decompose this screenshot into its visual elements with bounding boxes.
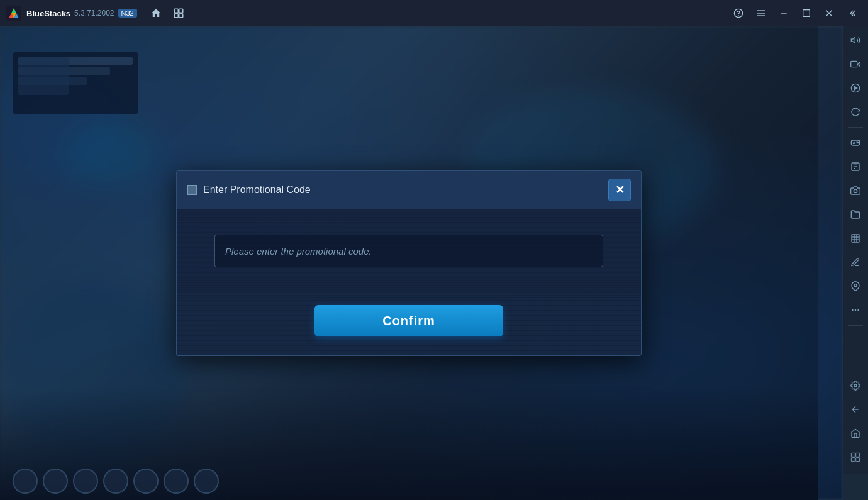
- app-logo: [6, 6, 21, 21]
- dialog-body: [177, 209, 641, 292]
- right-sidebar: [843, 0, 868, 474]
- svg-rect-52: [856, 458, 860, 462]
- resize-sidebar-button[interactable]: [844, 227, 867, 250]
- titlebar-nav: [147, 4, 187, 22]
- dialog-footer: Confirm: [177, 292, 641, 355]
- game-viewport: Enter Promotional Code ✕ Confirm: [0, 26, 843, 500]
- settings-sidebar-button[interactable]: [844, 374, 867, 397]
- svg-marker-21: [851, 37, 855, 43]
- menu-button[interactable]: [751, 3, 771, 23]
- sidebar-separator-2: [848, 325, 863, 326]
- sidebar-separator-1: [848, 127, 863, 128]
- svg-rect-23: [851, 61, 857, 67]
- svg-rect-9: [179, 14, 182, 18]
- dialog-title-area: Enter Promotional Code: [187, 184, 311, 196]
- home-sidebar-button[interactable]: [844, 422, 867, 445]
- gamepad-sidebar-button[interactable]: [844, 131, 867, 154]
- svg-point-37: [854, 189, 857, 192]
- close-button[interactable]: [819, 3, 839, 23]
- dialog-overlay: Enter Promotional Code ✕ Confirm: [0, 26, 818, 500]
- svg-point-32: [857, 142, 858, 143]
- svg-point-46: [857, 309, 859, 311]
- rotate-sidebar-button[interactable]: [844, 101, 867, 123]
- app-version: 5.3.71.2002: [74, 9, 114, 18]
- svg-rect-51: [851, 458, 855, 462]
- promo-code-input[interactable]: [214, 235, 603, 267]
- home-nav-button[interactable]: [147, 4, 165, 22]
- back-sidebar-button[interactable]: [844, 398, 867, 421]
- svg-marker-25: [855, 86, 857, 89]
- svg-rect-49: [851, 453, 855, 457]
- minimize-button[interactable]: [774, 3, 794, 23]
- svg-rect-16: [803, 10, 810, 17]
- dialog-close-icon: ✕: [615, 183, 625, 197]
- folder-sidebar-button[interactable]: [844, 203, 867, 226]
- dialog-title: Enter Promotional Code: [203, 184, 311, 196]
- svg-point-45: [855, 309, 857, 311]
- screenshot-sidebar-button[interactable]: [844, 179, 867, 202]
- svg-rect-8: [174, 14, 178, 18]
- location-sidebar-button[interactable]: [844, 275, 867, 297]
- svg-rect-38: [852, 235, 859, 242]
- svg-point-44: [852, 309, 854, 311]
- svg-point-43: [854, 284, 857, 287]
- svg-rect-7: [179, 9, 182, 13]
- back-arrow-button[interactable]: [842, 3, 862, 23]
- svg-point-11: [738, 15, 738, 16]
- main-container: Enter Promotional Code ✕ Confirm: [0, 26, 868, 500]
- app-badge: N32: [118, 9, 137, 18]
- edit-sidebar-button[interactable]: [844, 251, 867, 274]
- macro-sidebar-button[interactable]: [844, 155, 867, 178]
- dialog-title-icon: [187, 185, 197, 195]
- svg-rect-6: [174, 9, 178, 13]
- help-button[interactable]: [728, 3, 748, 23]
- promo-code-dialog: Enter Promotional Code ✕ Confirm: [176, 170, 642, 356]
- titlebar: BlueStacks 5.3.71.2002 N32: [0, 0, 868, 26]
- dialog-header: Enter Promotional Code ✕: [177, 171, 641, 209]
- dialog-close-button[interactable]: ✕: [608, 179, 631, 201]
- multi-instance-nav-button[interactable]: [170, 4, 187, 22]
- window-controls: [728, 3, 862, 23]
- svg-marker-22: [857, 62, 860, 67]
- play-sidebar-button[interactable]: [844, 77, 867, 99]
- confirm-button[interactable]: Confirm: [314, 305, 503, 336]
- volume-sidebar-button[interactable]: [844, 29, 867, 52]
- svg-rect-50: [856, 453, 860, 457]
- multi-instance-sidebar-button[interactable]: [844, 446, 867, 469]
- sidebar-bottom-section: [844, 374, 867, 469]
- maximize-button[interactable]: [796, 3, 816, 23]
- screen-record-sidebar-button[interactable]: [844, 53, 867, 75]
- app-name: BlueStacks: [26, 9, 70, 18]
- more-sidebar-button[interactable]: [844, 299, 867, 321]
- svg-point-47: [854, 384, 857, 387]
